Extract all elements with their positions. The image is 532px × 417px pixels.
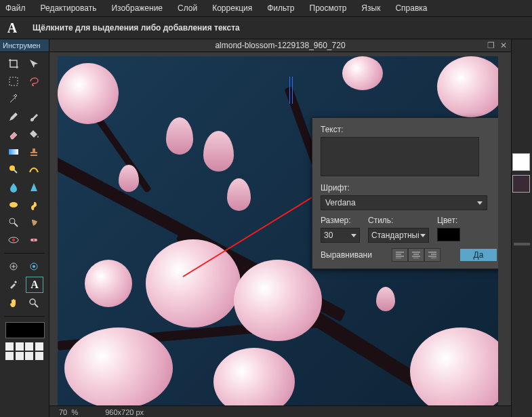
svg-point-6 [12,239,15,241]
size-select[interactable]: 30 [321,228,360,243]
canvas-area: Текст: Шрифт: Verdana Размер: 30 [49,52,511,405]
toolbox-panel: Инструмен [0,39,49,417]
maximize-icon[interactable]: ❐ [487,41,495,50]
menu-filter[interactable]: Фильтр [267,3,294,13]
bloat-tool-icon[interactable] [5,259,22,274]
layer-thumb-1[interactable] [512,153,530,171]
tool-options-bar: A Щёлкните для выделения либо добавления… [0,17,532,39]
zoom-value: 70 [59,408,67,416]
pinch-tool-icon[interactable] [26,259,42,274]
right-panel [511,39,532,417]
foreground-color-swatch[interactable] [5,322,45,338]
canvas-dimensions: 960x720 px [105,408,144,416]
svg-point-11 [30,299,35,304]
text-cursor [289,77,291,104]
menu-lang[interactable]: Язык [361,3,380,13]
style-value: Стандартный [371,231,419,240]
chevron-down-icon [477,201,483,205]
stamp-tool-icon[interactable] [26,144,42,159]
close-icon[interactable]: ✕ [500,41,507,50]
heal-tool-icon[interactable] [26,233,42,247]
redeye-tool-icon[interactable] [5,233,22,247]
tool-hint: Щёлкните для выделения либо добавления т… [33,23,240,33]
dodge-tool-icon[interactable] [5,215,22,230]
svg-point-3 [9,202,18,207]
brush-tool-icon[interactable] [26,109,42,124]
align-label: Выравнивани [321,250,372,260]
hand-tool-icon[interactable] [5,296,22,311]
text-dialog: Текст: Шрифт: Verdana Размер: 30 [312,117,498,269]
svg-rect-0 [9,77,18,85]
align-left-button[interactable] [392,248,408,262]
svg-point-4 [9,218,15,224]
statusbar: 70 % 960x720 px [49,405,511,417]
menu-layer[interactable]: Слой [178,3,197,13]
chevron-down-icon [351,234,356,237]
font-value: Verdana [325,198,356,207]
text-input[interactable] [321,137,479,176]
toolbox-title: Инструмен [0,39,49,52]
menu-file[interactable]: Файл [5,3,26,13]
zoom-tool-icon[interactable] [26,296,42,311]
lasso-tool-icon[interactable] [26,74,42,89]
crop-tool-icon[interactable] [5,56,22,71]
menu-help[interactable]: Справка [395,3,427,13]
color-swatch[interactable] [437,228,460,241]
smudge-tool-icon[interactable] [26,197,42,212]
menu-image[interactable]: Изображение [111,3,163,13]
eyedropper-tool-icon[interactable] [5,277,22,292]
style-select[interactable]: Стандартный [368,228,429,243]
document-title: almond-blossom-1229138_960_720 [215,41,345,50]
bucket-tool-icon[interactable] [26,127,42,142]
align-right-button[interactable] [424,248,441,262]
burn-tool-icon[interactable] [26,215,42,230]
chevron-down-icon [420,234,426,237]
menu-view[interactable]: Просмотр [310,3,347,13]
marquee-tool-icon[interactable] [5,74,22,89]
menubar: Файл Редактировать Изображение Слой Корр… [0,0,532,17]
color-label: Цвет: [437,216,460,225]
font-select[interactable]: Verdana [321,195,487,210]
move-tool-icon[interactable] [26,56,42,71]
gradient-tool-icon[interactable] [5,144,22,159]
font-label: Шрифт: [321,183,497,193]
align-center-button[interactable] [408,248,424,262]
ok-button[interactable]: Да [460,249,497,261]
drawing-tool-icon[interactable] [26,162,42,177]
color-palette[interactable] [5,342,43,360]
layer-thumb-2[interactable] [512,175,530,193]
active-tool-icon: A [5,21,19,35]
svg-point-10 [33,265,35,268]
svg-rect-1 [9,149,18,155]
document-titlebar: almond-blossom-1229138_960_720 ❐ ✕ [49,39,511,52]
type-tool-icon[interactable]: A [26,277,43,293]
pencil-tool-icon[interactable] [5,109,22,124]
menu-adjustment[interactable]: Коррекция [212,3,252,13]
blur-tool-icon[interactable] [5,180,22,195]
panel-splitter-icon[interactable] [514,243,530,245]
size-label: Размер: [321,216,360,225]
colorreplace-tool-icon[interactable] [5,162,22,177]
empty-tool [26,92,42,106]
zoom-unit: % [71,408,78,416]
sharpen-tool-icon[interactable] [26,180,42,195]
menu-edit[interactable]: Редактировать [41,3,97,13]
size-value: 30 [324,231,333,240]
text-label: Текст: [321,125,497,134]
wand-tool-icon[interactable] [5,92,22,106]
eraser-tool-icon[interactable] [5,127,22,142]
style-label: Стиль: [368,216,429,225]
sponge-tool-icon[interactable] [5,197,22,212]
canvas[interactable]: Текст: Шрифт: Verdana Размер: 30 [58,56,498,405]
